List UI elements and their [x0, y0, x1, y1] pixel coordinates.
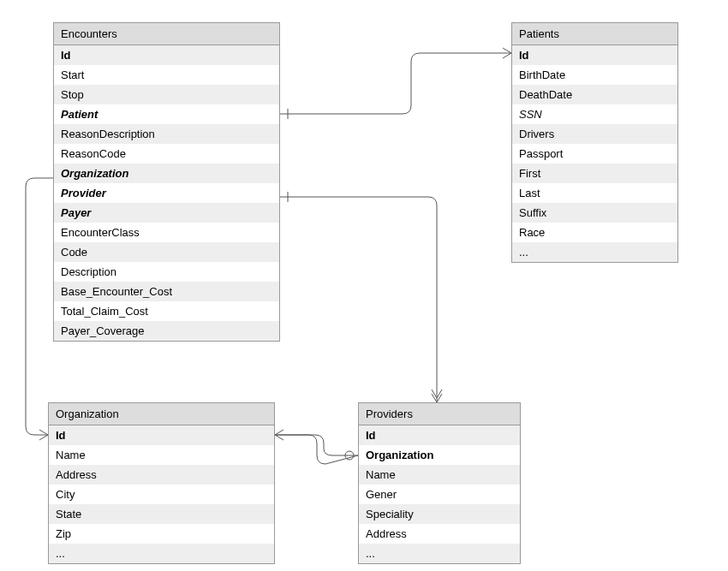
entity-providers: Providers IdOrganizationNameGenerSpecial… [358, 402, 521, 564]
entity-field: Name [49, 445, 274, 465]
entity-field: BirthDate [512, 65, 677, 85]
entity-field: First [512, 164, 677, 183]
entity-title: Encounters [54, 23, 279, 45]
svg-line-4 [39, 430, 48, 435]
entity-field: State [49, 504, 274, 524]
entity-field: DeathDate [512, 85, 677, 104]
entity-field: ... [359, 544, 520, 563]
connector-encounters-organization [26, 178, 53, 440]
connector-encounters-patients [280, 48, 511, 119]
entity-organization: Organization IdNameAddressCityStateZip..… [48, 402, 275, 564]
entity-title: Providers [359, 403, 520, 425]
svg-line-1 [503, 48, 511, 53]
entity-field: Provider [54, 183, 279, 203]
entity-field: Address [359, 524, 520, 544]
entity-field: Description [54, 262, 279, 282]
entity-field: Drivers [512, 124, 677, 144]
entity-field: Id [49, 425, 274, 445]
entity-field: Suffix [512, 203, 677, 223]
entity-patients: Patients IdBirthDateDeathDateSSNDriversP… [511, 22, 678, 263]
entity-field: Zip [49, 524, 274, 544]
entity-body: IdNameAddressCityStateZip... [49, 425, 274, 563]
entity-field: Last [512, 183, 677, 203]
entity-title: Organization [49, 403, 274, 425]
svg-point-8 [345, 451, 354, 460]
entity-field: Address [49, 465, 274, 485]
entity-field: Patient [54, 104, 279, 124]
entity-field: Organization [54, 164, 279, 183]
svg-line-7 [275, 435, 283, 440]
entity-field: Race [512, 223, 677, 242]
entity-field: Id [359, 425, 520, 445]
entity-field: Code [54, 242, 279, 262]
entity-field: ReasonCode [54, 144, 279, 164]
entity-encounters: Encounters IdStartStopPatientReasonDescr… [53, 22, 280, 342]
entity-field: Speciality [359, 504, 520, 524]
entity-field: ReasonDescription [54, 124, 279, 144]
entity-field: Id [54, 45, 279, 65]
svg-line-6 [275, 430, 283, 435]
entity-field: EncounterClass [54, 223, 279, 242]
entity-body: IdBirthDateDeathDateSSNDriversPassportFi… [512, 45, 677, 262]
entity-field: Stop [54, 85, 279, 104]
entity-field: Organization [359, 445, 520, 465]
entity-field: Total_Claim_Cost [54, 301, 279, 321]
entity-field: ... [49, 544, 274, 563]
entity-body: IdOrganizationNameGenerSpecialityAddress… [359, 425, 520, 563]
entity-field: Payer_Coverage [54, 321, 279, 341]
entity-title: Patients [512, 23, 677, 45]
entity-field: Start [54, 65, 279, 85]
entity-body: IdStartStopPatientReasonDescriptionReaso… [54, 45, 279, 341]
svg-line-5 [39, 435, 48, 440]
entity-field: Id [512, 45, 677, 65]
entity-field: Gener [359, 485, 520, 504]
connector-organization-providers [275, 430, 358, 464]
entity-field: Base_Encounter_Cost [54, 282, 279, 301]
svg-line-2 [503, 53, 511, 58]
entity-field: City [49, 485, 274, 504]
entity-field: Payer [54, 203, 279, 223]
connector-encounters-providers [280, 192, 442, 402]
entity-field: ... [512, 242, 677, 262]
entity-field: Name [359, 465, 520, 485]
entity-field: SSN [512, 104, 677, 124]
entity-field: Passport [512, 144, 677, 164]
